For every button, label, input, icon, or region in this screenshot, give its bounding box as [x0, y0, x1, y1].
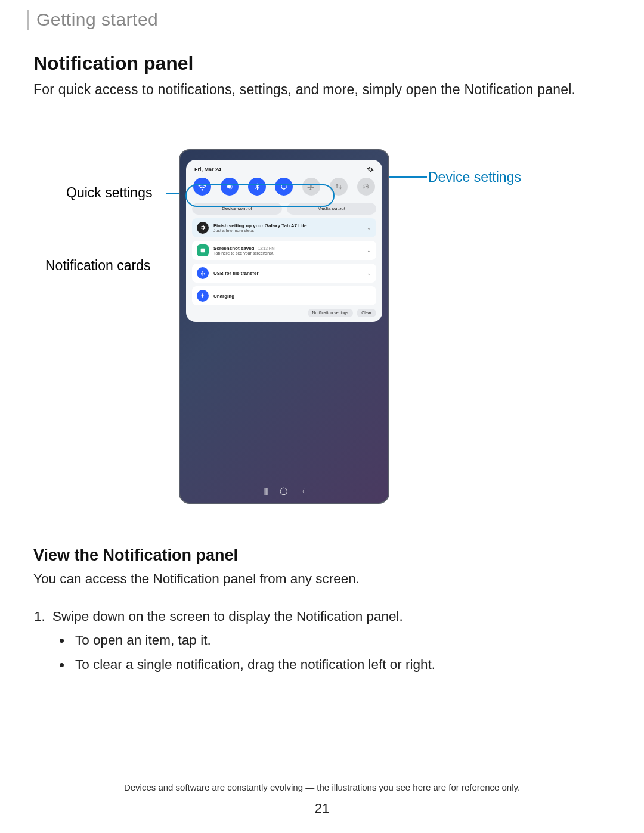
figure: Quick settings Notification cards Device…	[0, 149, 644, 513]
svg-rect-0	[201, 249, 205, 253]
notif-title: Finish setting up your Galaxy Tab A7 Lit…	[213, 223, 362, 228]
notif-time: 12:13 PM	[258, 246, 275, 250]
chevron-down-icon[interactable]: ⌄	[367, 225, 371, 231]
steps-list: Swipe down on the screen to display the …	[49, 606, 606, 676]
usb-icon	[197, 267, 209, 279]
hotspot-icon[interactable]	[357, 178, 375, 196]
charging-icon	[197, 290, 209, 302]
bullet-item: To open an item, tap it.	[72, 630, 606, 651]
step-item: Swipe down on the screen to display the …	[49, 606, 606, 676]
notif-title: USB for file transfer	[213, 271, 362, 276]
view-section: View the Notification panel You can acce…	[33, 546, 606, 676]
breadcrumb: Getting started	[27, 10, 158, 30]
notif-sub: Tap here to see your screenshot.	[213, 251, 362, 255]
notif-title: Screenshot saved 12:13 PM	[213, 246, 362, 251]
clear-button[interactable]: Clear	[357, 309, 376, 317]
notification-settings-button[interactable]: Notification settings	[308, 309, 354, 317]
footer-note: Devices and software are constantly evol…	[0, 782, 644, 792]
settings-icon	[197, 222, 209, 234]
intro-paragraph: For quick access to notifications, setti…	[33, 80, 606, 99]
nav-bar: ||| ◯ 〈	[180, 487, 388, 497]
panel-header: Fri, Mar 24	[192, 166, 376, 175]
callout-quick-settings: Quick settings	[66, 185, 152, 201]
notification-card[interactable]: Charging	[192, 286, 376, 305]
notification-card[interactable]: USB for file transfer ⌄	[192, 264, 376, 283]
view-lead: You can access the Notification panel fr…	[33, 569, 606, 589]
page-number: 21	[0, 801, 644, 816]
recents-icon[interactable]: |||	[263, 487, 268, 497]
chevron-down-icon[interactable]: ⌄	[367, 270, 371, 276]
panel-footer: Notification settings Clear	[192, 309, 376, 317]
content-block: Notification panel For quick access to n…	[33, 52, 606, 99]
quick-settings-highlight	[185, 184, 335, 207]
panel-date: Fri, Mar 24	[194, 166, 221, 172]
notif-sub: Just a few more steps	[213, 228, 362, 233]
notif-title: Charging	[213, 293, 371, 299]
page-header: Getting started	[27, 10, 158, 30]
gear-icon[interactable]	[367, 166, 374, 173]
view-heading: View the Notification panel	[33, 546, 606, 565]
section-title: Notification panel	[33, 52, 606, 75]
device-mock: Fri, Mar 24 Device control Media output	[179, 149, 389, 504]
bullet-list: To open an item, tap it. To clear a sing…	[72, 630, 606, 676]
step-text: Swipe down on the screen to display the …	[52, 609, 403, 624]
notification-card[interactable]: Finish setting up your Galaxy Tab A7 Lit…	[192, 218, 376, 237]
back-icon[interactable]: 〈	[298, 487, 305, 497]
bullet-item: To clear a single notification, drag the…	[72, 655, 606, 676]
screenshot-icon	[197, 244, 209, 256]
callout-notification-cards: Notification cards	[45, 258, 150, 274]
home-icon[interactable]: ◯	[280, 487, 287, 497]
callout-device-settings: Device settings	[428, 169, 521, 185]
chevron-down-icon[interactable]: ⌄	[367, 247, 371, 253]
notification-card[interactable]: Screenshot saved 12:13 PM Tap here to se…	[192, 241, 376, 260]
